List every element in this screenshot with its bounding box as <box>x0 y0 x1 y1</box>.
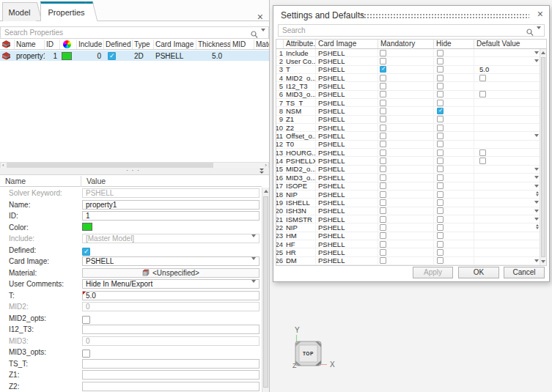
scrollbar-thumb[interactable] <box>263 196 268 388</box>
col-mid[interactable]: MID <box>231 40 254 49</box>
value-checkbox[interactable] <box>82 248 90 256</box>
mandatory-checkbox[interactable] <box>380 141 386 147</box>
mandatory-checkbox[interactable] <box>380 257 386 264</box>
default-value-dropdown-icon[interactable] <box>534 201 539 204</box>
text-input[interactable] <box>82 382 260 391</box>
default-value-cell[interactable] <box>474 166 546 173</box>
defined-checkbox[interactable] <box>108 52 116 60</box>
hide-checkbox[interactable] <box>437 207 444 214</box>
value-checkbox[interactable] <box>82 316 90 324</box>
text-input[interactable] <box>82 325 260 334</box>
default-value-dropdown-icon[interactable] <box>534 59 539 62</box>
default-value-cell[interactable] <box>474 49 546 56</box>
default-value-dropdown-icon[interactable] <box>534 168 539 171</box>
default-value-dropdown-icon[interactable] <box>534 134 539 137</box>
property-row[interactable]: property1 1 0 2D PSHELL 5.0 <box>0 51 269 61</box>
default-value-cell[interactable] <box>474 157 546 164</box>
hide-checkbox[interactable] <box>437 158 444 164</box>
col-card-image[interactable]: Card Image <box>316 40 378 48</box>
hide-checkbox[interactable] <box>437 66 444 73</box>
scrollbar-thumb[interactable] <box>541 57 545 257</box>
mandatory-checkbox[interactable] <box>380 149 386 156</box>
default-value-dropdown-icon[interactable] <box>534 210 539 212</box>
default-value-cell[interactable] <box>474 257 546 265</box>
default-value-cell[interactable] <box>474 223 546 231</box>
cell-defined[interactable] <box>104 51 133 61</box>
default-value-checkbox[interactable] <box>479 91 486 97</box>
default-value-cell[interactable] <box>474 91 546 98</box>
default-value-checkbox[interactable] <box>479 158 486 164</box>
dropdown-field[interactable]: [Master Model] <box>82 234 260 243</box>
mandatory-checkbox[interactable] <box>380 166 386 172</box>
hide-checkbox[interactable] <box>437 75 444 81</box>
mandatory-checkbox[interactable] <box>380 216 386 223</box>
hide-checkbox[interactable] <box>437 83 444 89</box>
material-select-button[interactable]: <Unspecified> <box>82 268 260 278</box>
scroll-up-icon[interactable] <box>541 51 545 54</box>
mandatory-checkbox[interactable] <box>380 100 386 106</box>
mandatory-checkbox[interactable] <box>380 199 386 206</box>
col-card-image[interactable]: Card Image <box>154 40 196 49</box>
hide-checkbox[interactable] <box>437 191 444 198</box>
hide-checkbox[interactable] <box>437 133 444 139</box>
dropdown-arrow-icon[interactable] <box>251 237 256 243</box>
default-value-spinner-icon[interactable] <box>536 191 539 196</box>
default-value-dropdown-icon[interactable] <box>534 51 539 54</box>
mandatory-checkbox[interactable] <box>380 174 386 181</box>
col-defined[interactable]: Defined <box>104 40 133 49</box>
default-value-dropdown-icon[interactable] <box>534 259 539 262</box>
default-value-cell[interactable] <box>474 141 546 148</box>
mandatory-checkbox[interactable] <box>380 125 386 131</box>
col-material[interactable]: Mate <box>254 40 269 49</box>
mandatory-checkbox[interactable] <box>380 58 386 64</box>
col-include[interactable]: Include <box>77 40 104 49</box>
splitter-grip-icon[interactable]: ··· <box>126 168 142 174</box>
mandatory-checkbox[interactable] <box>380 182 386 189</box>
default-value-cell[interactable]: 5.0 <box>474 66 546 73</box>
mandatory-checkbox[interactable] <box>380 108 386 114</box>
hide-checkbox[interactable] <box>437 116 444 122</box>
text-input[interactable]: 1 <box>82 211 260 221</box>
mandatory-checkbox[interactable] <box>380 224 386 231</box>
scroll-left-icon[interactable]: ‹ <box>2 163 4 168</box>
dropdown-field[interactable]: PSHELL <box>82 256 260 266</box>
col-default-value[interactable]: Default Value <box>474 40 546 48</box>
mandatory-checkbox[interactable] <box>380 75 386 81</box>
hide-checkbox[interactable] <box>437 182 444 189</box>
apply-button[interactable]: Apply <box>413 267 453 278</box>
default-value-cell[interactable] <box>474 215 546 223</box>
default-value-cell[interactable] <box>474 107 546 114</box>
color-wheel-icon[interactable] <box>60 40 77 49</box>
hide-checkbox[interactable] <box>437 232 444 239</box>
mandatory-checkbox[interactable] <box>380 133 386 139</box>
settings-table-scrollbar[interactable] <box>540 49 546 265</box>
default-value-cell[interactable] <box>474 199 546 206</box>
text-input[interactable]: 5.0 <box>82 291 260 300</box>
col-thickness[interactable]: Thickness <box>196 40 231 49</box>
mandatory-checkbox[interactable] <box>380 249 386 256</box>
col-type[interactable]: Type <box>133 40 154 49</box>
mandatory-checkbox[interactable] <box>380 116 386 122</box>
search-properties-input[interactable]: Search Properties <box>0 26 269 39</box>
scroll-up-icon[interactable] <box>264 190 268 193</box>
dropdown-arrow-icon[interactable] <box>251 283 256 289</box>
mandatory-checkbox[interactable] <box>380 232 386 239</box>
text-input[interactable]: 0 <box>82 336 260 346</box>
default-value-dropdown-icon[interactable] <box>534 176 539 179</box>
hide-checkbox[interactable] <box>437 241 444 248</box>
mandatory-checkbox[interactable] <box>380 158 386 164</box>
entity-editor-scrollbar[interactable] <box>262 188 269 392</box>
default-value-cell[interactable] <box>474 124 546 131</box>
default-value-dropdown-icon[interactable] <box>534 185 539 188</box>
hide-checkbox[interactable] <box>437 199 444 206</box>
scroll-right-icon[interactable]: › <box>265 163 267 168</box>
text-input[interactable] <box>82 370 260 380</box>
default-value-cell[interactable] <box>474 149 546 156</box>
search-icon[interactable] <box>526 26 534 40</box>
default-value-cell[interactable] <box>474 232 546 240</box>
text-input[interactable]: 0 <box>82 302 260 311</box>
hide-checkbox[interactable] <box>437 149 444 156</box>
settings-search-input[interactable]: Search <box>278 24 545 37</box>
panel-splitter[interactable]: ··· <box>0 168 269 175</box>
default-value-cell[interactable] <box>474 99 546 106</box>
